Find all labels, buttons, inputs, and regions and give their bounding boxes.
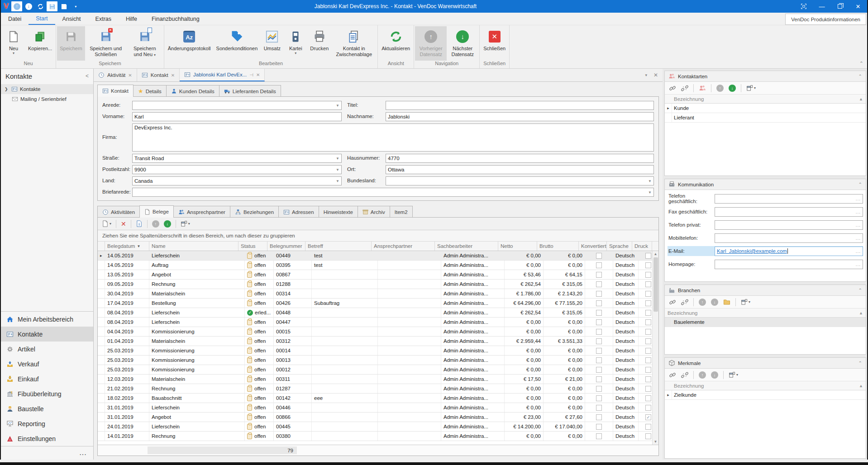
refresh-quick-button[interactable] xyxy=(35,1,46,11)
checkbox[interactable] xyxy=(596,338,602,344)
checkbox[interactable] xyxy=(645,300,651,306)
briefanrede-select[interactable]: ▼ xyxy=(132,188,654,197)
table-row[interactable]: 01.04.2019Materialscheinoffen00312Admin … xyxy=(98,337,658,346)
restore-button[interactable] xyxy=(831,0,849,13)
tree-item-kontakte[interactable]: ❯Kontakte xyxy=(1,84,93,94)
tab-aktivitaeten[interactable]: Aktivitäten xyxy=(97,206,140,218)
close-tab-icon[interactable]: ✕ xyxy=(128,73,132,78)
next-record-quick-button[interactable]: ↓ xyxy=(23,1,34,11)
list-item[interactable]: Lieferant xyxy=(665,113,866,123)
checkbox[interactable] xyxy=(596,319,602,325)
pin-tab-icon[interactable]: ⊣ xyxy=(249,72,253,77)
table-row[interactable]: 31.01.2019Angebotoffen00866Admin Adminis… xyxy=(98,413,658,422)
collapse-panel-icon[interactable]: ⌃ xyxy=(858,361,862,365)
tree-item-mailing[interactable]: Mailing / Serienbrief xyxy=(1,94,93,104)
column-header-name[interactable]: Name xyxy=(149,242,238,251)
checkbox[interactable] xyxy=(596,367,602,373)
tab-ansprechpartner[interactable]: Ansprechpartner xyxy=(173,206,230,218)
sidebar-item-einkauf[interactable]: Einkauf xyxy=(1,371,93,386)
land-select[interactable]: Canada▼ xyxy=(132,176,342,185)
column-header-brutto[interactable]: Brutto xyxy=(537,242,579,251)
homepage-input[interactable]: ... xyxy=(715,260,863,269)
move-down-button[interactable]: ↓ xyxy=(710,370,720,380)
column-header-status[interactable]: Status xyxy=(238,242,267,251)
konvertiert-checkbox[interactable] xyxy=(585,289,613,298)
layout-button[interactable]: ▾ xyxy=(739,297,752,307)
konvertiert-checkbox[interactable] xyxy=(585,280,613,289)
layout-button[interactable]: ▾ xyxy=(745,83,757,93)
info-document-button[interactable] xyxy=(134,219,144,229)
vorheriger-datensatz-button[interactable]: ↑Vorheriger Datensatz xyxy=(415,26,447,61)
column-header-betreff[interactable]: Betreff xyxy=(305,242,372,251)
tab-item2[interactable]: Item2 xyxy=(390,206,413,218)
ribbon-tab-finanzbuchhaltung[interactable]: Finanzbuchhaltung xyxy=(144,13,207,25)
tab-archiv[interactable]: Archiv xyxy=(358,206,390,218)
checkbox[interactable] xyxy=(596,281,602,287)
column-header-sprache[interactable]: Sprache xyxy=(607,242,632,251)
checkbox[interactable] xyxy=(645,357,651,363)
save-close-quick-button[interactable] xyxy=(58,1,69,11)
ellipsis-button[interactable]: ... xyxy=(856,209,861,214)
konvertiert-checkbox[interactable] xyxy=(585,365,613,374)
column-header-netto[interactable]: Netto xyxy=(498,242,537,251)
mobiltelefon-input[interactable]: ... xyxy=(715,233,863,243)
kopieren-button[interactable]: Kopieren... xyxy=(25,26,55,61)
close-button[interactable]: ✕ xyxy=(849,0,867,13)
konvertiert-checkbox[interactable] xyxy=(585,422,613,431)
umsatz-button[interactable]: Umsatz xyxy=(260,26,284,61)
move-up-button[interactable]: ↑ xyxy=(697,370,707,380)
checkbox[interactable] xyxy=(645,433,651,439)
ribbon-tab-extras[interactable]: Extras xyxy=(88,13,119,25)
column-header-konvertiert[interactable]: Konvertiert xyxy=(579,242,607,251)
konvertiert-checkbox[interactable] xyxy=(585,251,613,260)
list-item[interactable]: Bauelemente xyxy=(665,318,866,327)
minimize-button[interactable]: — xyxy=(813,0,831,13)
checkbox[interactable] xyxy=(596,300,602,306)
konvertiert-checkbox[interactable] xyxy=(585,337,613,346)
tab-kunden-details[interactable]: Kunden Details xyxy=(166,85,219,97)
move-up-button[interactable]: ↑ xyxy=(715,83,725,93)
checkbox[interactable] xyxy=(596,376,602,382)
checkbox[interactable] xyxy=(645,262,651,268)
move-up-button[interactable]: ↑ xyxy=(697,297,707,307)
konvertiert-checkbox[interactable] xyxy=(585,270,613,279)
scrollbar-thumb[interactable] xyxy=(653,257,658,312)
sidebar-item-mein-arbeitsbereich[interactable]: Mein Arbeitsbereich xyxy=(1,312,93,327)
group-by-hint[interactable]: Ziehen Sie eine Spaltenüberschrift in di… xyxy=(98,230,658,242)
checkbox[interactable] xyxy=(596,291,602,297)
list-item[interactable]: ▸Kunde xyxy=(665,104,866,113)
checkbox[interactable] xyxy=(645,367,651,373)
table-row[interactable]: 17.04.2019Bestellungoffen00426Subauftrag… xyxy=(98,299,658,308)
tab-adressen[interactable]: Adressen xyxy=(278,206,319,218)
link-button[interactable] xyxy=(668,297,677,307)
table-row[interactable]: 24.01.2019Lieferscheinoffen00445Admin Ad… xyxy=(98,422,658,432)
sonderkonditionen-button[interactable]: Sonderkonditionen xyxy=(214,26,261,61)
ellipsis-button[interactable]: ... xyxy=(856,223,861,228)
vertical-scrollbar[interactable]: ▲▼ xyxy=(652,251,658,445)
move-down-button[interactable]: ↓ xyxy=(727,83,737,93)
table-row[interactable]: 30.04.2019Materialscheinoffen00314Admin … xyxy=(98,289,658,299)
move-down-button[interactable]: ↓ xyxy=(162,219,172,229)
checkbox[interactable] xyxy=(596,414,602,420)
konvertiert-checkbox[interactable] xyxy=(585,394,613,403)
konvertiert-checkbox[interactable] xyxy=(585,327,613,336)
unlink-button[interactable] xyxy=(680,83,690,93)
table-row[interactable]: 18.02.2019Bauabschnittoffen00142eeeAdmin… xyxy=(98,394,658,403)
tab-list-dropdown-icon[interactable]: ▾ xyxy=(645,73,647,77)
konvertiert-checkbox[interactable] xyxy=(585,375,613,384)
kontakt-in-zwischenablage-button[interactable]: Kontakt in Zwischenablage xyxy=(331,26,377,61)
table-row[interactable]: 08.04.2019Lieferschein✓erled...00448Admi… xyxy=(98,308,658,318)
table-row[interactable]: 14.05.2019Auftragoffen00395testAdmin Adm… xyxy=(98,261,658,270)
link-button[interactable] xyxy=(668,370,677,380)
aenderungsprotokoll-button[interactable]: AzÄnderungsprotokoll xyxy=(165,26,214,61)
checkbox[interactable] xyxy=(645,348,651,354)
table-row[interactable]: 14.01.2019Rechnungoffen00380Admin Admini… xyxy=(98,432,658,441)
column-header-bezeichnung[interactable]: Bezeichnung xyxy=(668,310,698,316)
sidebar-item-einstellungen[interactable]: Einstellungen xyxy=(1,431,93,446)
speichern-button[interactable]: Speichern xyxy=(57,26,85,61)
checkbox[interactable] xyxy=(596,424,602,430)
hausnummer-input[interactable]: 4770 xyxy=(386,154,654,163)
drucken-button[interactable]: Drucken xyxy=(307,26,331,61)
checkbox[interactable] xyxy=(645,291,651,297)
unlink-button[interactable] xyxy=(680,370,690,380)
